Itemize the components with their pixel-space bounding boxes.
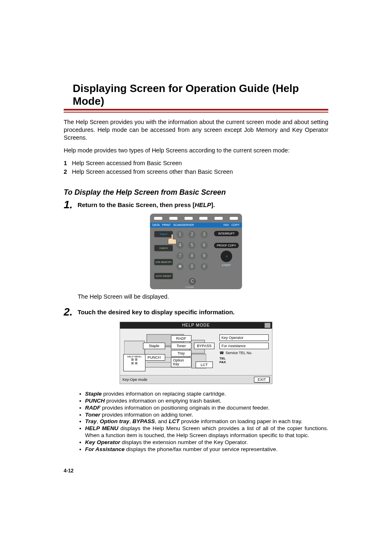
panel1-scan: SCAN/SERVER: [173, 223, 194, 226]
panel2-exit-btn: EXIT: [254, 377, 270, 382]
intro-paragraph: The Help Screen provides you with the in…: [64, 118, 328, 142]
panel2-radf-btn: RADF: [171, 335, 191, 342]
keypad-hash: #: [201, 263, 208, 270]
panel2-toner-btn: Toner: [171, 343, 191, 349]
keypad-clear: C: [189, 278, 196, 285]
control-panel-illustration: DATA PRINT SCAN/SERVER FAX COPY ? HELP C…: [150, 214, 242, 289]
panel2-tray-btn: Tray: [171, 350, 191, 357]
panel2-title: HELP MODE: [120, 322, 272, 329]
panel2-lct-btn: LCT: [196, 362, 213, 368]
step-2-text: Touch the desired key to display specifi…: [78, 309, 235, 315]
keypad-star: ✱: [176, 263, 184, 270]
panel2-staple-btn: Staple: [143, 343, 165, 349]
panel2-fax: FAX: [219, 360, 269, 364]
panel2-optiontray-btn: Option tray: [171, 357, 191, 367]
density-icon: [265, 323, 270, 328]
title-rule: [64, 109, 328, 113]
panel2-punch-btn: PUNCH: [143, 354, 165, 361]
bullet-trays: Tray, Option tray, BYPASS, and LCT provi…: [85, 418, 328, 425]
step-1-pre: Return to the Basic Screen, then press [: [78, 201, 195, 208]
panel2-svc: Service TEL No.: [226, 351, 252, 355]
bullet-toner: Toner provides information on adding ton…: [85, 412, 328, 419]
panel1-jobmem-btn: JOB MEMORY: [154, 259, 173, 265]
phone-icon: ☎: [219, 351, 224, 355]
bullet-punch: PUNCH provides information on emptying t…: [85, 398, 328, 405]
keypad-5: 5: [188, 242, 196, 249]
keypad-2: 2: [188, 231, 196, 238]
bullet-list: Staple provides information on replacing…: [85, 391, 328, 453]
step-1-post: ].: [211, 201, 215, 208]
keypad-6: 6: [201, 242, 208, 249]
panel1-start: ◇: [221, 251, 232, 262]
panel1-copy: COPY: [231, 223, 240, 226]
panel1-interrupt: INTERRUPT: [214, 231, 239, 236]
panel2-tel: TEL: [219, 357, 269, 360]
panel1-fax: FAX: [224, 223, 229, 226]
step-1-num: 1.: [64, 198, 73, 211]
mode-item-1-text: Help Screen accessed from Basic Screen: [72, 160, 182, 166]
mode-item-1-num: 1: [64, 159, 70, 167]
panel1-data: DATA: [152, 223, 160, 226]
step-2: 2. Touch the desired key to display spec…: [64, 306, 328, 318]
bullet-assist: For Assistance displays the phone/fax nu…: [85, 446, 328, 453]
modes-intro: Help mode provides two types of Help Scr…: [64, 147, 328, 154]
mode-item-2-num: 2: [64, 168, 70, 176]
panel1-autoreset-btn: AUTO RESET: [154, 273, 173, 279]
keypad-1: 1: [176, 231, 184, 238]
keypad-3: 3: [201, 231, 208, 238]
bullet-keyop: Key Operator displays the extension numb…: [85, 439, 328, 446]
panel2-assist-btn: For Assistance: [219, 343, 269, 349]
panel2-helpmenu-btn: HELP MENU ⊞ ⊞ ⊞ ⊞: [123, 354, 145, 371]
page-number: 4-12: [64, 468, 328, 474]
panel2-footer-mode: Key-Ope mode: [122, 378, 148, 382]
panel1-print: PRINT: [162, 223, 171, 226]
panel2-bypass-btn: BYPASS: [194, 343, 214, 349]
panel1-proof: PROOF COPY: [214, 243, 239, 248]
subheading: To Display the Help Screen from Basic Sc…: [64, 188, 328, 197]
page-title: Displaying Screen for Operation Guide (H…: [64, 82, 328, 108]
keypad-9: 9: [201, 252, 208, 260]
mode-item-2: 2 Help Screen accessed from screens othe…: [64, 168, 328, 176]
keypad-7: 7: [176, 252, 184, 260]
step-1-key: HELP: [195, 201, 211, 208]
panel1-start-label: START: [214, 264, 239, 267]
step-1-text: Return to the Basic Screen, then press […: [78, 201, 215, 208]
help-mode-screen-illustration: HELP MODE Staple PUNCH RADF Toner Tray O…: [120, 322, 272, 384]
mode-item-2-text: Help Screen accessed from screens other …: [72, 168, 233, 175]
panel2-keyop-btn: Key Operator: [219, 334, 269, 341]
keypad-0: 0: [188, 263, 196, 270]
bullet-staple: Staple provides information on replacing…: [85, 391, 328, 398]
bullet-helpmenu: HELP MENU displays the Help Menu Screen …: [85, 425, 328, 439]
finger-pointer-icon: [167, 233, 177, 245]
bullet-radf: RADF provides information on positioning…: [85, 405, 328, 412]
mode-item-1: 1 Help Screen accessed from Basic Screen: [64, 159, 328, 167]
step-1: 1. Return to the Basic Screen, then pres…: [64, 198, 328, 211]
step-2-num: 2.: [64, 306, 73, 318]
panel1-check-btn: CHECK: [154, 245, 173, 251]
after-panel1-text: The Help Screen will be displayed.: [78, 293, 328, 300]
keypad-8: 8: [188, 252, 196, 260]
keypad-4: 4: [176, 242, 184, 249]
keypad-clear-label: CLEAR: [185, 286, 194, 288]
